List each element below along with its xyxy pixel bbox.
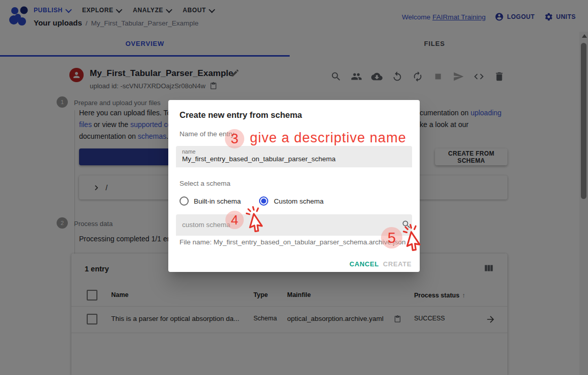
annotation-step4-number: 4	[231, 212, 238, 228]
click-cursor-icon	[402, 223, 430, 252]
builtin-schema-label[interactable]: Built-in schema	[194, 197, 241, 205]
app-root: PUBLISH EXPLORE ANALYZE ABOUT Your uploa…	[0, 0, 588, 375]
builtin-schema-radio[interactable]	[180, 196, 189, 206]
click-cursor-icon	[245, 206, 272, 233]
annotation-step3-text: give a descriptive name	[250, 128, 406, 148]
custom-schema-label[interactable]: Custom schema	[274, 197, 324, 205]
cancel-button[interactable]: CANCEL	[345, 257, 383, 271]
annotation-step5-badge: 5	[381, 227, 402, 248]
entry-name-input[interactable]	[182, 155, 396, 163]
annotation-step3-badge: 3	[225, 129, 244, 148]
create-button[interactable]: CREATE	[379, 257, 416, 271]
annotation-step5-number: 5	[388, 230, 396, 246]
custom-schema-radio[interactable]	[259, 196, 268, 206]
entry-name-field-label: name	[182, 148, 195, 155]
entry-name-field[interactable]: name	[176, 146, 412, 167]
create-entry-dialog: Create new entry from schema Name of the…	[168, 100, 420, 272]
annotation-step3-number: 3	[231, 131, 238, 147]
file-name-hint: File name: My_first_entry_based_on_tabul…	[180, 238, 405, 246]
custom-schema-field[interactable]	[176, 214, 412, 236]
dialog-title: Create new entry from schema	[180, 110, 302, 120]
schema-section-label: Select a schema	[180, 180, 231, 187]
annotation-step4-badge: 4	[225, 211, 244, 229]
custom-schema-input[interactable]	[182, 221, 396, 229]
